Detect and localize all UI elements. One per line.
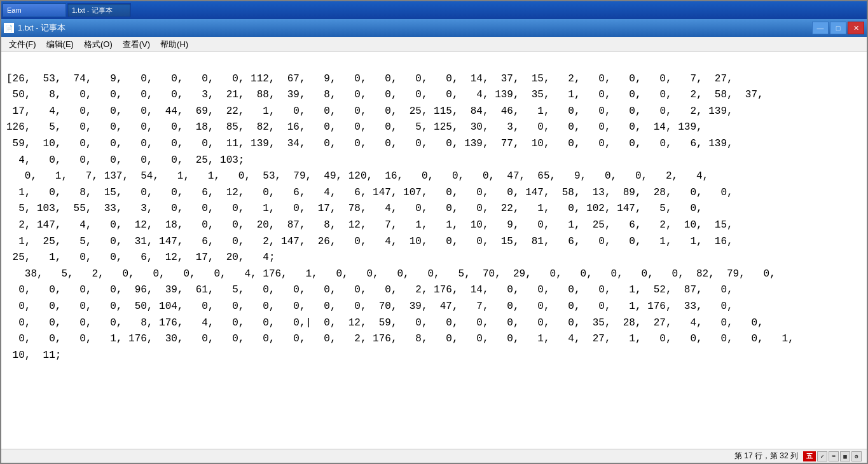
top-taskbar: Eam 1.txt - 记事本 [1,1,867,19]
ime-btn-1[interactable]: ✓ [817,451,827,461]
menu-bar: 文件(F) 编辑(E) 格式(O) 查看(V) 帮助(H) [1,37,867,52]
status-bar: 第 17 行，第 32 列 五 ✓ ⌨ ▦ ⚙ [1,449,867,463]
ime-btn-2[interactable]: ⌨ [829,451,839,461]
ime-btn-4[interactable]: ⚙ [851,451,862,461]
menu-view[interactable]: 查看(V) [118,38,155,51]
text-content: [26, 53, 74, 9, 0, 0, 0, 0, 112, 67, 9, … [6,55,862,364]
minimize-button[interactable]: — [812,22,829,34]
menu-edit[interactable]: 编辑(E) [41,38,79,51]
taskbar-item-notepad[interactable]: 1.txt - 记事本 [67,3,131,17]
title-bar-controls: — □ ✕ [812,22,864,34]
taskbar-item-eam[interactable]: Eam [3,3,66,17]
ime-icon: 五 [803,451,816,461]
ime-area: 五 ✓ ⌨ ▦ ⚙ [803,451,862,461]
menu-format[interactable]: 格式(O) [79,38,118,51]
menu-help[interactable]: 帮助(H) [155,38,193,51]
notepad-window: Eam 1.txt - 记事本 📄 1.txt - 记事本 — □ ✕ 文件(F… [0,0,868,464]
title-bar-left: 📄 1.txt - 记事本 [4,22,65,34]
menu-file[interactable]: 文件(F) [4,38,41,51]
close-button[interactable]: ✕ [848,22,864,34]
window-title: 1.txt - 记事本 [18,22,65,34]
app-icon: 📄 [4,23,14,33]
cursor-position: 第 17 行，第 32 列 [734,451,798,461]
title-bar: 📄 1.txt - 记事本 — □ ✕ [1,19,867,37]
text-editor-area[interactable]: [26, 53, 74, 9, 0, 0, 0, 0, 112, 67, 9, … [1,52,867,449]
ime-btn-3[interactable]: ▦ [840,451,850,461]
maximize-button[interactable]: □ [830,22,846,34]
